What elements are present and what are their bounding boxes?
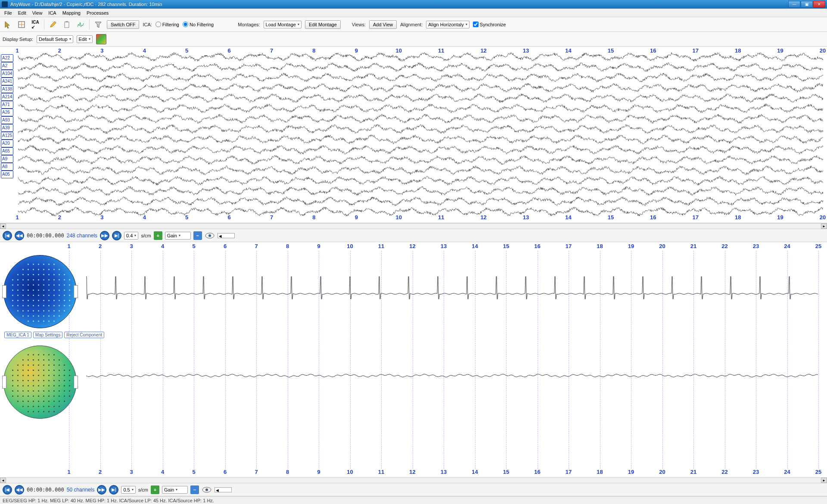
cursor-tool-icon[interactable] <box>3 19 13 30</box>
time-ruler-ica-bot: 1234567891011121314151617181920212223242… <box>69 468 827 476</box>
zoom-out-button-1[interactable]: − <box>193 231 202 240</box>
time-tick: 24 <box>784 469 790 475</box>
channel-label[interactable]: A138 <box>1 85 13 93</box>
time-tick: 12 <box>409 469 415 475</box>
zoom-in-button-1[interactable]: + <box>154 231 162 240</box>
time-tick: 3 <box>100 214 103 221</box>
channel-label[interactable]: A93 <box>1 116 13 124</box>
menu-mapping[interactable]: Mapping <box>60 9 83 16</box>
time-tick: 20 <box>659 469 665 475</box>
channel-label[interactable]: A05 <box>1 171 13 178</box>
menu-processes[interactable]: Processes <box>84 9 111 16</box>
pencil-icon[interactable] <box>48 19 58 30</box>
clipboard-icon[interactable] <box>62 19 72 30</box>
time-tick: 13 <box>523 47 529 54</box>
channel-label[interactable]: A241 <box>1 78 13 85</box>
mini-scroll-2[interactable]: ◄ <box>215 487 232 492</box>
time-tick: 6 <box>227 214 230 221</box>
menu-ica[interactable]: ICA <box>46 9 59 16</box>
menu-file[interactable]: File <box>2 9 15 16</box>
ica-tool-icon[interactable]: ICA↙ <box>30 19 40 30</box>
switch-off-button[interactable]: Switch OFF <box>107 20 139 29</box>
time-tick: 17 <box>693 47 699 54</box>
spectrum-icon[interactable] <box>75 19 86 30</box>
channel-label[interactable]: A39 <box>1 124 13 132</box>
time-tick: 18 <box>597 243 603 249</box>
channel-label[interactable]: A9 <box>1 155 13 163</box>
goto-end-button[interactable]: ▶| <box>112 231 121 240</box>
menubar: File Edit View ICA Mapping Processes <box>0 9 827 17</box>
display-setup-label: Display Setup: <box>3 37 33 42</box>
close-button[interactable]: ✕ <box>813 1 825 8</box>
channel-label[interactable]: A26 <box>1 109 13 116</box>
time-tick: 18 <box>597 469 603 475</box>
menu-edit[interactable]: Edit <box>16 9 29 16</box>
time-tick: 4 <box>161 469 164 475</box>
scroll-right-icon-2[interactable]: ► <box>821 478 827 483</box>
time-tick: 9 <box>317 469 320 475</box>
scroll-left-icon-2[interactable]: ◄ <box>0 478 6 483</box>
eye-icon-2[interactable] <box>202 485 212 494</box>
edit-montage-button[interactable]: Edit Montage <box>305 20 341 29</box>
menu-view[interactable]: View <box>30 9 45 16</box>
timecode-2: 00:00:00.000 <box>27 487 64 493</box>
goto-end-button-2[interactable]: ▶| <box>109 485 118 495</box>
gain-select-1[interactable]: Gain <box>165 232 191 240</box>
channel-label[interactable]: A104 <box>1 70 13 78</box>
scroll-right-icon[interactable]: ► <box>821 224 827 229</box>
time-tick: 1 <box>67 243 70 249</box>
channel-label[interactable]: A65 <box>1 147 13 155</box>
scm-select-2[interactable]: 0.5 <box>121 486 135 494</box>
channel-label[interactable]: A22 <box>1 54 13 62</box>
time-tick: 8 <box>286 469 289 475</box>
time-tick: 9 <box>317 243 320 249</box>
filter-icon[interactable] <box>93 19 103 30</box>
time-tick: 3 <box>130 243 133 249</box>
time-tick: 10 <box>347 469 353 475</box>
rewind-button-2[interactable]: ◀◀ <box>15 485 24 495</box>
edit-select[interactable]: Edit <box>77 35 93 43</box>
synchronize-checkbox[interactable]: Synchronize <box>473 22 506 27</box>
filtering-radio[interactable]: Filtering <box>155 22 179 27</box>
channel-label[interactable]: A125 <box>1 132 13 140</box>
svg-rect-3 <box>65 22 69 28</box>
time-tick: 20 <box>659 243 665 249</box>
scm-select-1[interactable]: 0.4 <box>124 232 138 240</box>
time-tick: 5 <box>185 214 188 221</box>
eye-icon-1[interactable] <box>205 231 215 240</box>
time-tick: 19 <box>628 469 634 475</box>
scrollbar-ica[interactable]: ◄ ► <box>0 477 827 483</box>
forward-button[interactable]: ▶▶ <box>100 231 109 240</box>
maximize-button[interactable]: ▣ <box>801 1 813 8</box>
mini-scroll-1[interactable]: ◄ <box>218 233 235 238</box>
zoom-in-button-2[interactable]: + <box>151 485 159 494</box>
goto-start-button-2[interactable]: |◀ <box>3 485 12 495</box>
channel-label[interactable]: A2 <box>1 62 13 70</box>
time-tick: 21 <box>690 469 696 475</box>
channel-label[interactable]: A8 <box>1 163 13 171</box>
load-montage-select[interactable]: Load Montage <box>264 21 302 28</box>
time-tick: 16 <box>534 469 540 475</box>
goto-start-button[interactable]: |◀ <box>3 231 12 240</box>
colormap-icon[interactable] <box>96 34 106 44</box>
scroll-left-icon[interactable]: ◄ <box>0 224 6 229</box>
time-tick: 11 <box>378 243 384 249</box>
alignment-select[interactable]: Align Horizontaly <box>426 21 469 28</box>
channel-label[interactable]: A20 <box>1 140 13 147</box>
add-view-button[interactable]: Add View <box>369 20 397 29</box>
minimize-button[interactable]: — <box>788 1 800 8</box>
svg-point-6 <box>208 234 211 237</box>
zoom-out-button-2[interactable]: − <box>190 485 199 494</box>
channel-label[interactable]: A214 <box>1 93 13 101</box>
display-setup-select[interactable]: Default Setup <box>37 35 73 43</box>
ica-panel[interactable]: 1234567891011121314151617181920212223242… <box>0 242 827 477</box>
scrollbar-top[interactable]: ◄ ► <box>0 223 827 229</box>
forward-button-2[interactable]: ▶▶ <box>97 485 106 495</box>
time-tick: 19 <box>777 214 783 221</box>
nofiltering-radio[interactable]: No Filtering <box>183 22 214 27</box>
channel-label[interactable]: A71 <box>1 101 13 109</box>
rewind-button[interactable]: ◀◀ <box>15 231 24 240</box>
grid-tool-icon[interactable] <box>16 19 27 30</box>
signal-panel-top[interactable]: A22A2A104A241A138A214A71A26A93A39A125A20… <box>0 47 827 223</box>
gain-select-2[interactable]: Gain <box>162 486 188 494</box>
